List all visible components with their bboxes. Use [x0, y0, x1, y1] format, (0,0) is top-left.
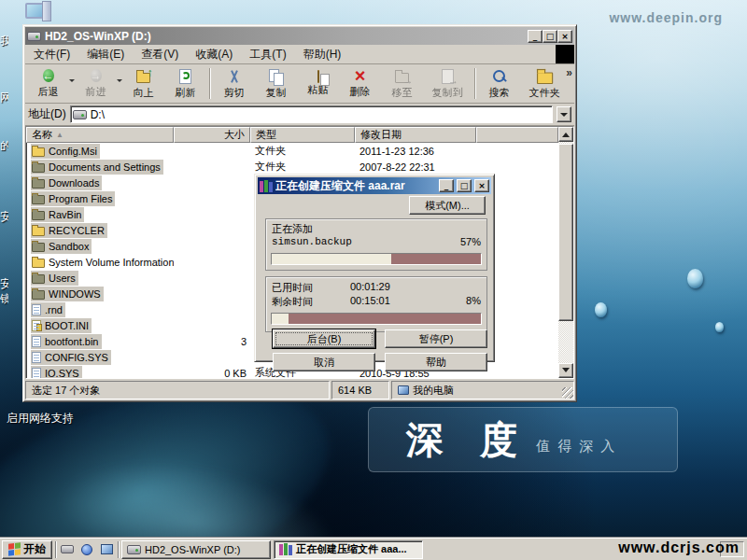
file-name: System Volume Information [49, 257, 174, 268]
address-label: 地址(D) [28, 106, 66, 122]
dcrjs-watermark: www.dcrjs.com [618, 539, 740, 556]
file-type-cell: 文件夹 [250, 144, 355, 158]
column-header-类型[interactable]: 类型 [250, 127, 355, 143]
file-name-cell: WINDOWS [26, 287, 174, 301]
taskbar-divider [118, 541, 119, 558]
column-header-大小[interactable]: 大小 [174, 127, 250, 143]
file-icon [32, 336, 41, 347]
moveto-icon [393, 68, 412, 85]
sort-ascending-icon: ▲ [56, 131, 63, 139]
taskbar-task-winrar[interactable]: 正在创建压缩文件 aaa... [274, 540, 423, 559]
toolbar-button-label: 复制 [266, 86, 287, 100]
menu-item-文件(F)[interactable]: 文件(F) [25, 45, 78, 64]
toolbar-button-refresh[interactable]: 刷新 [164, 65, 206, 102]
file-ini-icon [32, 320, 41, 331]
folder-olive-icon [32, 243, 45, 252]
address-dropdown-button[interactable] [557, 106, 571, 122]
close-button[interactable]: × [557, 30, 572, 43]
column-header-label: 名称 [32, 128, 52, 142]
file-name: RavBin [49, 209, 81, 220]
menu-item-帮助(H)[interactable]: 帮助(H) [295, 45, 350, 64]
toolbar-overflow-chevron[interactable]: » [566, 66, 572, 79]
cancel-button[interactable]: 取消 [273, 353, 375, 371]
mode-button[interactable]: 模式(M)... [409, 196, 486, 215]
quicklaunch-window-icon[interactable] [98, 541, 115, 558]
total-progress-bar [271, 313, 482, 325]
toolbar-button-cut[interactable]: 剪切 [213, 65, 255, 102]
scrollbar-thumb[interactable] [558, 144, 573, 321]
folders-icon [535, 68, 554, 85]
address-bar: 地址(D) D:\ [25, 104, 574, 126]
help-button[interactable]: 帮助 [385, 353, 487, 371]
toolbar-button-label: 移至 [392, 86, 413, 100]
back-icon: ← [43, 68, 54, 84]
taskbar-divider [55, 541, 56, 558]
file-row[interactable]: Documents and Settings文件夹2007-8-22 22:31 [26, 159, 558, 175]
taskbar-task-drive[interactable]: HD2_OS-WinXP (D:) [121, 540, 271, 559]
toolbar-button-label: 搜索 [489, 86, 510, 100]
toolbar-button-paste[interactable]: 粘贴 [297, 65, 339, 102]
folder-yellow-icon [32, 227, 45, 236]
current-filename: simsun.backup [272, 236, 352, 247]
file-name-cell: System Volume Information [26, 255, 174, 270]
file-name-cell: Program Files [26, 191, 174, 206]
close-button[interactable]: × [474, 179, 489, 192]
my-computer-desktop-icon[interactable] [25, 1, 53, 23]
maximize-button[interactable]: □ [457, 179, 472, 192]
window-title: HD2_OS-WinXP (D:) [45, 30, 528, 43]
file-name: WINDOWS [49, 288, 101, 300]
toolbar-button-delete[interactable]: ×删除 [339, 65, 381, 102]
vertical-scrollbar[interactable] [558, 127, 573, 378]
toolbar-button-forward: →前进 [75, 65, 117, 102]
address-input[interactable]: D:\ [70, 105, 553, 123]
explorer-titlebar[interactable]: HD2_OS-WinXP (D:) _ □ × [25, 27, 574, 45]
background-button[interactable]: 后台(B) [273, 329, 375, 348]
maximize-button[interactable]: □ [543, 30, 557, 43]
desktop-icon-label-fragment: 我 [0, 34, 8, 49]
status-zone: 我的电脑 [391, 381, 574, 399]
refresh-icon [176, 68, 195, 85]
scroll-up-button[interactable] [558, 127, 573, 142]
toolbar-button-search[interactable]: 搜索 [478, 65, 520, 102]
deepin-banner: 深 度 值得深入 [368, 407, 678, 472]
desktop-icon-label-fragment: 镜 [0, 291, 8, 307]
delete-icon: × [355, 68, 366, 84]
quicklaunch-drive-icon[interactable] [59, 541, 76, 558]
toolbar-button-label: 删除 [350, 85, 371, 99]
water-droplet [715, 322, 724, 332]
banner-title: 深 度 [406, 414, 530, 466]
quicklaunch-user-icon[interactable] [78, 541, 95, 558]
pause-button[interactable]: 暂停(P) [385, 329, 487, 348]
menu-item-查看(V)[interactable]: 查看(V) [133, 45, 187, 64]
desktop-icon-label-fragment: 安 [0, 276, 8, 292]
file-name: bootfont.bin [45, 336, 99, 347]
file-size-cell: 3 [174, 336, 250, 347]
file-name-cell: RECYCLER [26, 223, 174, 238]
file-row[interactable]: Config.Msi文件夹2011-1-23 12:36 [26, 143, 558, 159]
remaining-label: 剩余时间 [272, 295, 350, 309]
minimize-button[interactable]: _ [439, 179, 454, 192]
toolbar-button-folders[interactable]: 文件夹 [520, 65, 569, 102]
menu-item-编辑(E)[interactable]: 编辑(E) [78, 45, 133, 64]
menu-bar: 文件(F)编辑(E)查看(V)收藏(A)工具(T)帮助(H) [25, 45, 574, 64]
winrar-titlebar[interactable]: 正在创建压缩文件 aaa.rar _ □ × [258, 177, 491, 194]
toolbar-button-label: 前进 [86, 85, 106, 99]
scroll-down-button[interactable] [558, 363, 573, 378]
file-name: Sandbox [49, 241, 89, 252]
resize-grip[interactable] [562, 387, 573, 399]
toolbar-button-copy[interactable]: 复制 [255, 65, 297, 102]
toolbar-button-up[interactable]: ↑向上 [122, 65, 164, 102]
start-button[interactable]: 开始 [2, 540, 52, 559]
desktop-icon-label-fragment: 网 [0, 90, 8, 105]
toolbar-button-back[interactable]: ←后退 [27, 65, 69, 102]
column-header-修改日期[interactable]: 修改日期 [355, 127, 476, 143]
column-header-名称[interactable]: 名称▲ [26, 127, 174, 143]
search-icon [490, 68, 509, 85]
file-name: Users [49, 273, 76, 284]
file-name: Documents and Settings [49, 161, 161, 173]
menu-item-收藏(A)[interactable]: 收藏(A) [187, 45, 241, 64]
desktop-icon-label-network[interactable]: 启用网络支持 [7, 411, 74, 427]
minimize-button[interactable]: _ [528, 30, 543, 43]
window-logo-throbber [556, 45, 574, 63]
menu-item-工具(T)[interactable]: 工具(T) [241, 45, 294, 64]
